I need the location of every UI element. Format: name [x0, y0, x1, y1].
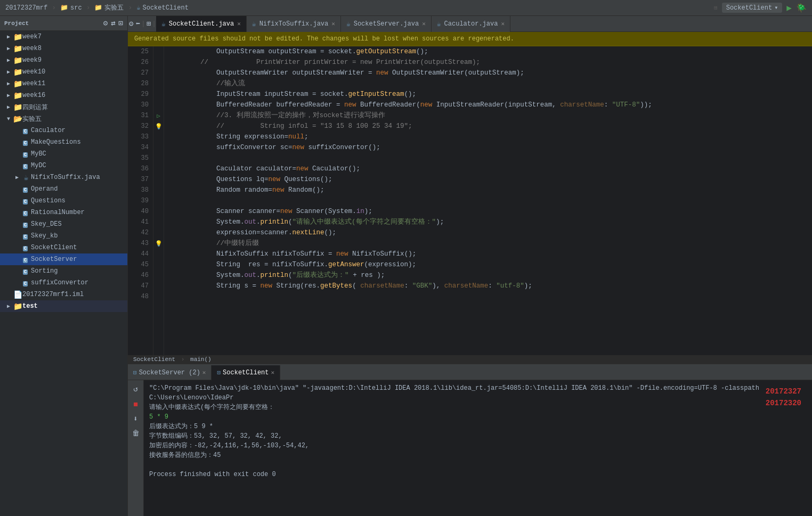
gutter-42	[153, 227, 164, 238]
sidebar-item-week11[interactable]: ▶ 📁 week11	[0, 78, 127, 89]
arrow-icon-nifixsuffix: ▶	[13, 174, 21, 181]
sidebar-item-mydc[interactable]: ▶ C MyDC	[0, 160, 127, 171]
tab-socketserver[interactable]: ☕ SocketServer.java ✕	[341, 16, 432, 32]
bottom-tab-socketserver2[interactable]: ⊡ SocketServer (2) ✕	[128, 365, 212, 380]
sidebar-item-shiyan5[interactable]: ▼ 📂 实验五	[0, 113, 127, 125]
sidebar-item-questions[interactable]: ▶ C Questions	[0, 195, 127, 207]
gutter-30	[153, 100, 164, 110]
code-line-40: Scanner scanner=new Scanner(System.in);	[168, 206, 812, 217]
tab-close-nifixtosuffix[interactable]: ✕	[331, 20, 335, 27]
gutter-41	[153, 217, 164, 227]
tab-close-socketclient[interactable]: ✕	[237, 20, 241, 27]
term-prompt-text: 请输入中缀表达式(每个字符之间要有空格：	[149, 403, 274, 412]
class-icon-sorting: C	[21, 267, 31, 275]
sidebar-item-week10[interactable]: ▶ 📁 week10	[0, 66, 127, 78]
sidebar-item-test[interactable]: ▶ 📁 test	[0, 300, 127, 312]
stop-button[interactable]: ◼	[129, 397, 142, 410]
nav-back-icon[interactable]: ⬅	[134, 18, 141, 29]
arrow-icon: ▶	[4, 69, 13, 75]
gutter-33	[153, 132, 164, 142]
sidebar-item-suffixconvertor[interactable]: ▶ C suffixConvertor	[0, 277, 127, 289]
arrow-icon: ▶	[4, 57, 13, 63]
title-project-id: 20172327mrf	[5, 4, 47, 12]
class-icon-socketclient: C	[21, 243, 31, 252]
iml-icon: 📄	[13, 290, 22, 299]
top-right-area: ⊞ SocketClient ▾ ▶ 🪲	[714, 3, 807, 13]
sidebar-item-nifixtosuffix[interactable]: ▶ ☕ NifixToSuffix.java	[0, 171, 127, 183]
sidebar-item-week8[interactable]: ▶ 📁 week8	[0, 43, 127, 54]
line-numbers: 25 26 27 28 29 30 31 32 33 34 35 36 37 3…	[128, 46, 153, 355]
tab-socketserver-label: SocketServer.java	[354, 20, 419, 28]
term-output4-text: 接收服务器的信息为：45	[149, 451, 221, 460]
class-icon: ☕	[136, 4, 140, 12]
rerun-button[interactable]: ↺	[129, 382, 142, 395]
sidebar-item-sorting[interactable]: ▶ C Sorting	[0, 265, 127, 277]
scroll-end-button[interactable]: ⬇	[129, 412, 142, 425]
java-tab-icon2: ☕	[252, 20, 256, 28]
run-button[interactable]: ▶	[786, 3, 792, 13]
sidebar-item-caculator[interactable]: ▶ C Caculator	[0, 125, 127, 136]
bottom-sidebar: ↺ ◼ ⬇ 🗑	[128, 380, 144, 516]
title-sep2: ›	[86, 4, 91, 12]
terminal-output[interactable]: 20172327 20172320 "C:\Program Files\Java…	[144, 380, 812, 516]
sidebar-item-fourops[interactable]: ▶ 📁 四则运算	[0, 101, 127, 113]
folder-icon-fourops: 📁	[13, 103, 22, 112]
class-icon-skey-des: C	[21, 220, 31, 228]
sidebar-item-mybc[interactable]: ▶ C MyBC	[0, 148, 127, 160]
java-icon-nifixsuffix: ☕	[21, 173, 31, 182]
bottom-tab-close-socketserver2[interactable]: ✕	[202, 369, 206, 376]
term-line-output4: 接收服务器的信息为：45	[149, 451, 807, 460]
sidebar-tree: ▶ 📁 week7 ▶ 📁 week8 ▶ 📁 week9 ▶	[0, 31, 127, 516]
term-line-output3: 加密后的内容：-82,-24,116,-1,56,-103,-54,42,	[149, 441, 807, 451]
code-line-35	[168, 153, 812, 163]
tab-nifixtosuffix[interactable]: ☕ NifixToSuffix.java ✕	[247, 16, 341, 32]
sidebar-item-week9[interactable]: ▶ 📁 week9	[0, 54, 127, 66]
code-line-25: OutputStream outputStream = socket.getOu…	[168, 46, 812, 57]
gear-icon[interactable]: ⚙	[103, 19, 108, 28]
tab-nifixtosuffix-label: NifixToSuffix.java	[259, 20, 329, 28]
code-line-43: //中缀转后缀	[168, 238, 812, 249]
sidebar-item-skey-des[interactable]: ▶ C Skey_DES	[0, 218, 127, 230]
folder-icon-week9: 📁	[13, 56, 22, 65]
folder-icon2: 📁	[94, 4, 102, 12]
layout-icon[interactable]: ⊞	[145, 18, 152, 29]
debug-button[interactable]: 🪲	[796, 3, 807, 13]
bottom-tab-socketclient2[interactable]: ⊡ SocketClient ✕	[212, 365, 280, 380]
content-area: ⚙ ⬅ | ⊞ | ☕ SocketClient.java ✕ ☕ NifixT…	[128, 16, 812, 516]
title-classname: ☕ SocketClient	[136, 4, 189, 12]
term-output2-text: 字节数组编码：53, 32, 57, 32, 42, 32,	[149, 431, 282, 441]
bottom-tab-close-socketclient2[interactable]: ✕	[271, 369, 275, 376]
sidebar-item-operand[interactable]: ▶ C Operand	[0, 183, 127, 195]
expand-icon[interactable]: ⊡	[119, 19, 123, 28]
code-line-33: String expression=null;	[168, 132, 812, 142]
code-line-42: expression=scanner.nextLine();	[168, 227, 812, 238]
arrow-icon-test: ▶	[4, 303, 13, 309]
run-config[interactable]: SocketClient ▾	[722, 3, 783, 13]
code-line-36: Caculator caculator=new Caculator();	[168, 163, 812, 174]
folder-icon-week11: 📁	[13, 79, 22, 88]
code-content[interactable]: OutputStream outputStream = socket.getOu…	[164, 46, 812, 355]
sidebar-item-makequestions[interactable]: ▶ C MakeQuestions	[0, 136, 127, 148]
arrow-icon: ▶	[4, 104, 13, 110]
folder-icon-week7: 📁	[13, 32, 22, 42]
sidebar-item-week7[interactable]: ▶ 📁 week7	[0, 31, 127, 43]
sidebar-item-socketserver[interactable]: ▶ C SocketServer	[0, 253, 127, 265]
sidebar-item-skey-kb[interactable]: ▶ C Skey_kb	[0, 230, 127, 242]
sidebar-item-week16[interactable]: ▶ 📁 week16	[0, 89, 127, 101]
configure-icon[interactable]: ⚙	[128, 18, 134, 29]
gutter-25	[153, 46, 164, 57]
folder-icon-week16: 📁	[13, 91, 22, 100]
tab-socketclient[interactable]: ☕ SocketClient.java ✕	[156, 16, 247, 32]
sidebar-item-rationalnumber[interactable]: ▶ C RationalNumber	[0, 207, 127, 218]
tab-caculator[interactable]: ☕ Caculator.java ✕	[432, 16, 510, 32]
sidebar-item-iml[interactable]: ▶ 📄 20172327mrf1.iml	[0, 289, 127, 300]
editor-area: 25 26 27 28 29 30 31 32 33 34 35 36 37 3…	[128, 46, 812, 355]
code-line-41: System.out.println("请输入中缀表达式(每个字符之间要有空格：…	[168, 217, 812, 227]
tab-close-socketserver[interactable]: ✕	[422, 20, 426, 27]
sep2: |	[152, 20, 156, 28]
code-line-26: // PrintWriter printWriter = new PrintWr…	[168, 57, 812, 68]
clear-button[interactable]: 🗑	[129, 427, 142, 440]
tab-close-caculator[interactable]: ✕	[501, 20, 505, 27]
sidebar-item-socketclient[interactable]: ▶ C SocketClient	[0, 242, 127, 253]
sync-icon[interactable]: ⇄	[111, 19, 115, 28]
